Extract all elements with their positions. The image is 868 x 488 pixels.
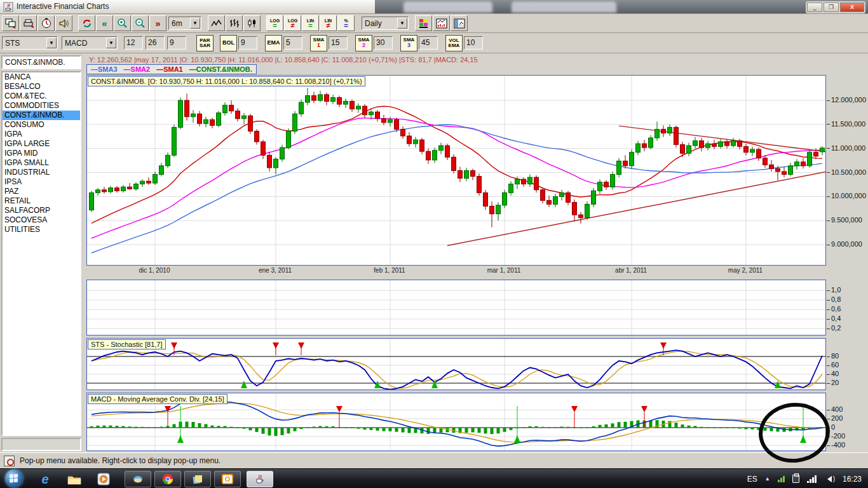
date-axis: dic 1, 2010ene 3, 2011feb 1, 2011mar 1, … (86, 267, 826, 277)
new-window-button[interactable] (2, 15, 19, 31)
close-button[interactable]: X (840, 3, 864, 12)
clock[interactable]: 16:23 (843, 475, 862, 484)
internet-explorer-icon: e (41, 472, 48, 487)
stochastic-panel[interactable] (86, 338, 826, 390)
sidebar-item-salfacorp[interactable]: SALFACORP (3, 206, 80, 215)
sell-signal-triangle (660, 342, 667, 349)
sidebar-item-igpa-mid[interactable]: IGPA MID (3, 149, 80, 158)
taskbar-item-media-player[interactable] (94, 471, 113, 487)
volume-axis-tick: 0,6 (827, 305, 841, 313)
palette-icon (419, 18, 429, 29)
java-icon (254, 474, 266, 484)
tool-button-par-sar[interactable]: PARSAR (196, 35, 214, 51)
price-axis-tick: 9.000,000 (827, 240, 862, 248)
tool-param-sma[interactable]: 15 (329, 36, 348, 50)
scale-button-log-neq[interactable]: LOG≠ (284, 15, 301, 31)
scroll-right-button[interactable]: » (149, 15, 166, 31)
ohlc-bars-icon (229, 18, 240, 28)
sticky-notes-icon (192, 474, 203, 484)
tool-button-vol-ema[interactable]: VOLEMA (445, 35, 463, 51)
clipboard-tray-icon[interactable] (792, 475, 799, 483)
chevron-down-icon: ▼ (106, 37, 116, 48)
price-axis-tick: 11.000,000 (827, 144, 865, 152)
macd-fast-field[interactable]: 12 (124, 36, 143, 50)
sidebar-item-commodities[interactable]: COMMODITIES (3, 101, 80, 111)
sound-button[interactable] (55, 15, 72, 31)
language-indicator[interactable]: ES (747, 475, 757, 484)
start-button[interactable] (5, 470, 23, 487)
scale-button-%-eq[interactable]: %= (337, 15, 355, 31)
taskbar-item-java-chart-app[interactable] (247, 471, 273, 487)
candlestick-chart-button[interactable] (243, 15, 261, 31)
zoom-in-button[interactable] (114, 15, 131, 31)
legend-item-sma1: —SMA1 (156, 65, 183, 73)
chart-table-view-button[interactable] (451, 15, 468, 31)
blurred-browser-tab (512, 1, 616, 13)
date-tick: feb 1, 2011 (374, 267, 405, 274)
tool-button-ema[interactable]: EMA (265, 35, 282, 51)
title-bar[interactable]: Interactive Financial Charts _ ❐ X (0, 0, 868, 14)
sidebar-item-igpa-small[interactable]: IGPA SMALL (3, 158, 80, 168)
tool-button-sma3[interactable]: SMA3 (400, 35, 417, 51)
scale-button-lin-neq[interactable]: LIN≠ (320, 15, 337, 31)
price-axis-tick: 12.000,000 (827, 96, 866, 104)
range-select[interactable]: 6m ▼ (168, 17, 201, 30)
taskbar-item-sticky-notes[interactable] (184, 471, 211, 487)
indicator1-value: STS (3, 39, 46, 48)
taskbar-item-windows-explorer[interactable] (65, 471, 84, 487)
chart-volume-view-button[interactable] (433, 15, 450, 31)
signal-strength-icon[interactable] (807, 475, 817, 483)
sidebar-item-igpa-large[interactable]: IGPA LARGE (3, 139, 80, 149)
sidebar-item-besalco[interactable]: BESALCO (3, 82, 80, 92)
volume-icon[interactable]: ) (824, 475, 835, 482)
sidebar-item-paz[interactable]: PAZ (3, 187, 80, 196)
tool-param-bol[interactable]: 9 (238, 36, 257, 50)
network-icon[interactable] (778, 476, 785, 482)
tool-param-sma[interactable]: 45 (419, 36, 438, 50)
scale-button-lin-eq[interactable]: LIN= (302, 15, 319, 31)
scroll-left-button[interactable]: « (96, 15, 113, 31)
hidden-icons-arrow[interactable]: ▲ (765, 476, 770, 482)
period-select[interactable]: Daily ▼ (362, 17, 409, 30)
application-window: Interactive Financial Charts _ ❐ X (0, 0, 868, 488)
sidebar-item-socovesa[interactable]: SOCOVESA (3, 215, 80, 225)
zoom-out-button[interactable] (132, 15, 149, 31)
price-chart-panel[interactable] (86, 75, 826, 266)
sell-signal-triangle (336, 406, 342, 412)
restore-button[interactable]: ❐ (824, 3, 839, 12)
minimize-button[interactable]: _ (807, 3, 822, 12)
scale-button-log-eq[interactable]: LOG= (266, 15, 283, 31)
tool-button-bol[interactable]: BOL (220, 35, 237, 51)
tool-button-sma2[interactable]: SMA2 (355, 35, 372, 51)
tool-param-ema[interactable]: 5 (283, 36, 302, 50)
macd-signal-field[interactable]: 9 (167, 36, 186, 50)
bar-chart-button[interactable] (226, 15, 243, 31)
buy-signal-triangle (431, 381, 438, 388)
print-button[interactable] (20, 15, 37, 31)
sidebar-item-consumo[interactable]: CONSUMO (3, 120, 80, 130)
macd-slow-field[interactable]: 26 (146, 36, 165, 50)
tool-param-vol-ema[interactable]: 10 (464, 36, 483, 50)
tool-param-sma[interactable]: 30 (374, 36, 393, 50)
volume-panel[interactable] (86, 280, 826, 336)
sidebar-item-const-inmob-[interactable]: CONST.&INMOB. (3, 111, 80, 120)
sidebar-item-igpa[interactable]: IGPA (3, 130, 80, 139)
taskbar-item-chrome[interactable] (154, 471, 181, 487)
sidebar-item-retail[interactable]: RETAIL (3, 196, 80, 206)
indicator2-select[interactable]: MACD ▼ (62, 36, 118, 50)
symbol-list[interactable]: BANCABESALCOCOM.&TEC.COMMODITIESCONST.&I… (1, 71, 81, 436)
colors-button[interactable] (415, 15, 432, 31)
line-chart-button[interactable] (208, 15, 225, 31)
taskbar-item-messenger-app[interactable] (125, 471, 151, 487)
sidebar-item-utilities[interactable]: UTILITIES (3, 225, 80, 234)
reload-button[interactable] (78, 15, 95, 31)
indicator1-select[interactable]: STS ▼ (2, 36, 58, 50)
sidebar-item-ipsa[interactable]: IPSA (3, 177, 80, 187)
refresh-timer-button[interactable] (37, 15, 55, 31)
sidebar-item-com-tec-[interactable]: COM.&TEC. (3, 92, 80, 101)
sidebar-item-industrial[interactable]: INDUSTRIAL (3, 168, 80, 177)
tool-button-sma1[interactable]: SMA1 (310, 35, 327, 51)
taskbar-item-internet-explorer[interactable]: e (36, 471, 55, 487)
taskbar-item-outlook[interactable]: O (214, 471, 241, 487)
sidebar-item-banca[interactable]: BANCA (3, 72, 80, 82)
